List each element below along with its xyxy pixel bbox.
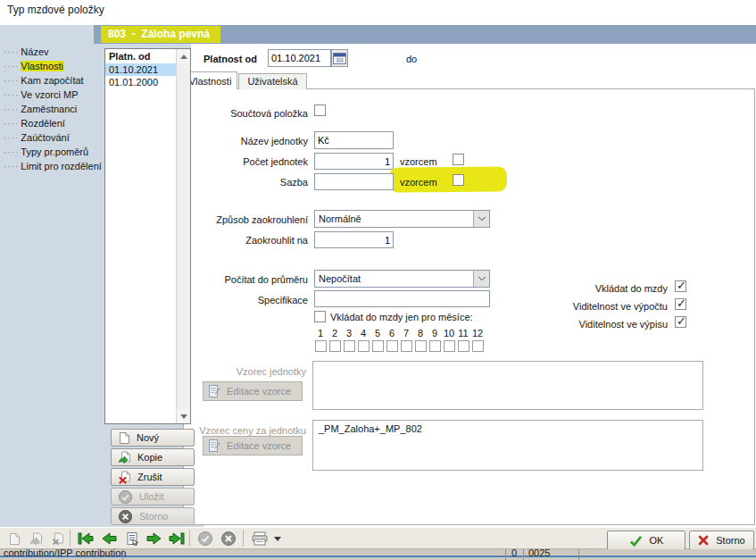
month-number: 10: [444, 328, 454, 339]
sidebar-item-ve-vzorci-mp[interactable]: Ve vzorci MP: [4, 88, 79, 102]
edit-price-formula-button[interactable]: Editace vzorce: [203, 436, 303, 456]
sidebar-item-zauctovani[interactable]: Zaúčtování: [4, 130, 70, 145]
rate-formula-checkbox[interactable]: [453, 174, 464, 186]
month-checkbox-3[interactable]: [344, 340, 355, 352]
list-item[interactable]: 01.10.2021: [105, 63, 176, 76]
delete-page-icon: [51, 532, 64, 546]
sidebar-item-rozdeleni[interactable]: Rozdělení: [4, 116, 65, 130]
month-checkbox-1[interactable]: [315, 340, 327, 352]
new-record-button[interactable]: Nový: [111, 429, 195, 447]
insert-to-wage-checkbox[interactable]: [675, 280, 686, 292]
month-checkbox-7[interactable]: [401, 340, 412, 352]
tab-uzivatelska[interactable]: Uživatelská: [238, 73, 307, 89]
scroll-up-button[interactable]: [177, 49, 190, 63]
edit-unit-formula-button[interactable]: Editace vzorce: [203, 381, 303, 401]
x-circle-icon: [220, 531, 237, 547]
month-checkbox-4[interactable]: [358, 340, 370, 352]
print-dropdown-button[interactable]: [271, 529, 283, 548]
validity-date-list: Platn. od 01.10.2021 01.01.2000: [104, 48, 191, 424]
sum-item-checkbox[interactable]: [314, 104, 326, 116]
delete-record-button[interactable]: Zrušit: [111, 468, 195, 486]
unit-count-input[interactable]: [314, 153, 394, 170]
browse-records-icon: [125, 531, 139, 546]
previous-record-icon: [102, 532, 117, 545]
months-only-checkbox[interactable]: [314, 311, 326, 322]
toolbar-last-record-button[interactable]: [166, 529, 187, 548]
toolbar-new-button[interactable]: [4, 529, 25, 548]
background-row-value: 0: [511, 549, 517, 558]
cancel-record-button[interactable]: Storno: [111, 507, 195, 525]
list-item[interactable]: 01.01.2000: [105, 76, 176, 88]
month-cell: 5: [371, 328, 384, 352]
rate-input[interactable]: [314, 173, 394, 190]
new-button-label: Nový: [137, 432, 159, 443]
month-checkbox-9[interactable]: [429, 340, 441, 352]
printer-icon: [251, 531, 269, 546]
sidebar-item-zamestnanci[interactable]: Zaměstnanci: [4, 102, 77, 116]
month-checkbox-2[interactable]: [329, 340, 341, 352]
sidebar-item-typy-pr-pomeru[interactable]: Typy pr.poměrů: [4, 145, 88, 159]
calendar-icon: [333, 53, 346, 64]
unit-name-input[interactable]: [314, 131, 394, 149]
month-cell: 8: [414, 328, 427, 352]
background-row-value: 0025: [528, 549, 550, 558]
ok-check-icon: [629, 535, 643, 547]
unit-count-formula-checkbox[interactable]: [453, 154, 464, 165]
months-only-label: Vkládat do mzdy jen pro měsíce:: [330, 312, 473, 322]
list-scrollbar[interactable]: [176, 49, 190, 423]
tab-vlastnosti[interactable]: Vlastnosti: [183, 71, 237, 89]
toolbar-delete-button[interactable]: [46, 529, 68, 548]
insert-to-wage-label: Vkládat do mzdy: [495, 283, 668, 294]
month-checkbox-8[interactable]: [415, 340, 427, 352]
average-dropdown[interactable]: Nepočítat: [314, 270, 490, 288]
price-formula-textarea[interactable]: _PM_Zaloha+_MP_802: [312, 420, 703, 471]
scroll-down-button[interactable]: [177, 409, 190, 423]
sidebar-item-label: Limit pro rozdělení: [21, 161, 102, 171]
visible-in-report-checkbox[interactable]: [675, 316, 686, 328]
edit-formula-button-label: Editace vzorce: [227, 386, 291, 397]
ok-button[interactable]: OK: [607, 531, 685, 550]
month-checkbox-6[interactable]: [386, 340, 398, 352]
rounding-mode-dropdown[interactable]: Normálně: [314, 210, 490, 228]
month-checkbox-10[interactable]: [444, 340, 455, 352]
sidebar-item-nazev[interactable]: Název: [4, 45, 49, 59]
save-record-button[interactable]: Uložit: [111, 488, 195, 506]
copy-record-button[interactable]: Kopie: [111, 448, 195, 466]
toolbar-separator: [243, 530, 244, 547]
month-cell: 9: [428, 328, 441, 352]
sum-item-label: Součtová položka: [205, 108, 308, 119]
sidebar-item-label: Kam započítat: [21, 75, 83, 86]
specification-input[interactable]: [314, 290, 490, 307]
rate-label: Sazba: [205, 177, 308, 188]
toolbar-cancel-button[interactable]: [218, 529, 239, 548]
month-checkbox-5[interactable]: [372, 340, 384, 352]
round-to-input[interactable]: [314, 231, 394, 248]
unit-formula-textarea[interactable]: [312, 361, 703, 410]
toolbar-browse-records-button[interactable]: [121, 529, 143, 548]
wage-item-type-dialog: Typ mzdové položky 803 - Záloha pevná Ná…: [0, 0, 756, 560]
delete-button-label: Zrušit: [137, 472, 162, 482]
toolbar-separator: [70, 530, 71, 547]
month-checkbox-11[interactable]: [458, 340, 469, 352]
toolbar-print-button[interactable]: [248, 529, 271, 548]
storno-button[interactable]: Storno: [689, 531, 754, 550]
background-column-separator: [505, 549, 506, 560]
toolbar-copy-button[interactable]: [25, 529, 46, 548]
dropdown-button[interactable]: [473, 271, 489, 287]
toolbar-previous-record-button[interactable]: [98, 529, 120, 548]
validity-from-input[interactable]: [268, 49, 331, 67]
calendar-picker-button[interactable]: [331, 49, 348, 67]
average-value: Nepočítat: [315, 271, 473, 287]
toolbar-next-record-button[interactable]: [143, 529, 164, 548]
sidebar-item-vlastnosti[interactable]: Vlastnosti: [4, 59, 63, 73]
toolbar-accept-button[interactable]: [195, 529, 216, 548]
dropdown-button[interactable]: [473, 211, 489, 227]
visible-in-calc-checkbox[interactable]: [675, 298, 686, 310]
unit-count-formula-label: vzorcem: [400, 156, 437, 167]
rate-formula-label: vzorcem: [400, 177, 437, 188]
background-row-text: contribution/IPP contribution: [4, 549, 126, 558]
sidebar-item-limit-pro-rozdeleni[interactable]: Limit pro rozdělení: [4, 159, 102, 173]
month-checkbox-12[interactable]: [472, 340, 484, 352]
toolbar-first-record-button[interactable]: [75, 529, 96, 548]
sidebar-item-kam-zapocitat[interactable]: Kam započítat: [4, 73, 84, 88]
